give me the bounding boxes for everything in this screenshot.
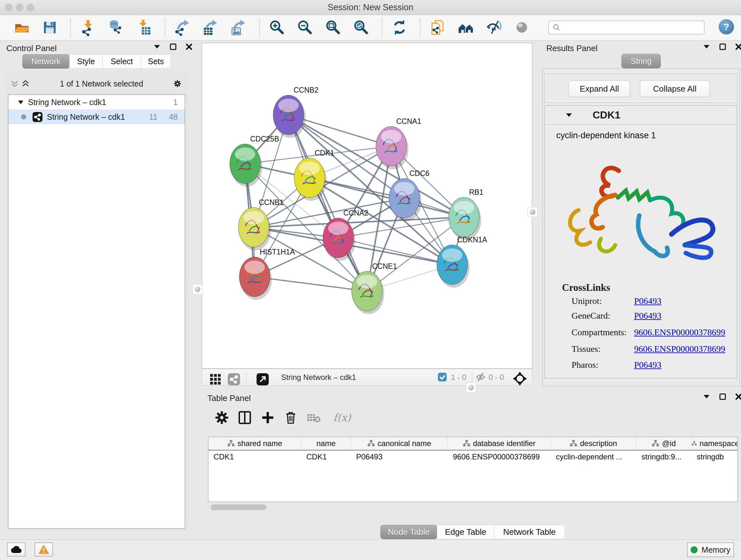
tab-sets[interactable]: Sets xyxy=(141,54,171,69)
network-row[interactable]: String Network – cdk1 11 48 xyxy=(8,110,185,124)
table-row[interactable]: CDK1CDK1P064939606.ENSP00000378699cyclin… xyxy=(208,450,738,463)
hide-selected-icon[interactable] xyxy=(485,18,503,37)
table-horizontal-scrollbar[interactable] xyxy=(211,504,266,510)
network-node-CCNB2[interactable] xyxy=(273,95,306,138)
export-table-icon[interactable] xyxy=(202,18,219,37)
clone-network-icon[interactable] xyxy=(429,18,447,37)
crosslink-link[interactable]: P06493 xyxy=(634,296,662,306)
network-node-CCNE1[interactable] xyxy=(352,271,384,314)
crosslink-label: Compartments: xyxy=(571,327,634,337)
node-label-CCNB2: CCNB2 xyxy=(293,86,319,94)
column-header-namespace[interactable]: namespace xyxy=(691,437,738,450)
network-options-gear-icon[interactable] xyxy=(174,80,181,87)
crosslink-link[interactable]: P06493 xyxy=(634,360,662,370)
network-node-CCNB1[interactable] xyxy=(239,207,271,250)
network-node-CDC6[interactable] xyxy=(389,179,421,221)
network-node-CCNA2[interactable] xyxy=(323,218,355,261)
control-panel-title: Control Panel xyxy=(6,44,57,53)
column-header-database-identifier[interactable]: database identifier xyxy=(448,437,551,450)
tab-network-table[interactable]: Network Table xyxy=(494,525,565,539)
left-splitter-handle[interactable] xyxy=(192,284,203,294)
expand-all-button[interactable]: Expand All xyxy=(569,80,630,97)
show-columns-icon[interactable] xyxy=(237,410,253,426)
network-node-CDKN1A[interactable] xyxy=(437,245,469,288)
create-column-icon[interactable] xyxy=(260,410,276,426)
import-network-from-file-icon[interactable] xyxy=(79,18,97,37)
network-node-RB1[interactable] xyxy=(449,197,481,240)
zoom-selected-icon[interactable] xyxy=(352,18,370,37)
close-panel-icon[interactable] xyxy=(735,43,741,51)
collapse-entry-icon[interactable] xyxy=(566,113,572,117)
tab-select[interactable]: Select xyxy=(103,54,141,69)
collapse-panel-icon[interactable] xyxy=(703,393,711,400)
tree-caret-icon[interactable] xyxy=(18,100,23,105)
close-panel-icon[interactable] xyxy=(185,43,193,51)
string-result-card: CDK1 cyclin-dependent kinase 1 CrossLink… xyxy=(544,105,737,378)
export-network-icon[interactable] xyxy=(174,18,192,37)
bottom-splitter-handle[interactable] xyxy=(466,382,476,393)
column-header-@id[interactable]: @id xyxy=(636,437,691,450)
network-node-CDK1[interactable] xyxy=(294,158,327,201)
memory-button[interactable]: Memory xyxy=(687,543,734,557)
collapse-all-button[interactable]: Collapse All xyxy=(640,80,710,97)
export-image-icon[interactable] xyxy=(230,18,248,37)
help-icon[interactable]: ? xyxy=(719,19,734,35)
crosslink-link[interactable]: P06493 xyxy=(634,311,662,321)
network-selection-status: 1 of 1 Network selected xyxy=(29,79,174,88)
zoom-in-icon[interactable] xyxy=(268,18,286,37)
expand-all-icon[interactable] xyxy=(22,80,29,87)
close-panel-icon[interactable] xyxy=(735,393,741,400)
warning-icon[interactable] xyxy=(35,543,53,557)
function-builder-icon[interactable]: f(x) xyxy=(329,410,355,426)
collapse-all-icon[interactable] xyxy=(11,80,18,87)
tab-edge-table[interactable]: Edge Table xyxy=(437,525,494,539)
import-table-from-file-icon[interactable] xyxy=(135,18,153,37)
refresh-view-icon[interactable] xyxy=(391,18,408,37)
float-panel-icon[interactable] xyxy=(719,393,726,400)
float-panel-icon[interactable] xyxy=(169,43,177,51)
control-panel-controls xyxy=(153,43,193,51)
table-panel-title: Table Panel xyxy=(207,393,251,403)
column-header-description[interactable]: description xyxy=(551,437,636,450)
search-input[interactable] xyxy=(548,20,704,35)
column-header-canonical-name[interactable]: canonical name xyxy=(351,437,448,450)
hidden-eye-icon[interactable] xyxy=(475,372,486,382)
crosslink-row: Tissues:9606.ENSP00000378699 xyxy=(571,344,731,354)
tab-node-table[interactable]: Node Table xyxy=(381,525,437,539)
first-neighbors-icon[interactable] xyxy=(457,18,475,37)
table-cell: stringdb xyxy=(691,450,738,463)
crosslink-link[interactable]: 9606.ENSP00000378699 xyxy=(634,344,725,354)
tab-network[interactable]: Network xyxy=(22,54,70,69)
result-card-header[interactable]: CDK1 xyxy=(545,106,737,125)
network-badge-gray-icon[interactable] xyxy=(225,370,243,388)
open-session-icon[interactable] xyxy=(13,18,30,37)
float-panel-icon[interactable] xyxy=(719,43,726,51)
network-canvas[interactable]: CCNB2CCNA1CDC25BCDK1CDC6RB1CCNB1CCNA2CDK… xyxy=(202,43,532,369)
table-options-gear-icon[interactable] xyxy=(214,410,230,426)
crosslink-link[interactable]: 9606.ENSP00000378699 xyxy=(634,327,725,337)
delete-table-icon[interactable] xyxy=(306,410,322,426)
node-label-HIST1H1A: HIST1H1A xyxy=(260,248,295,256)
crosslink-row: Compartments:9606.ENSP00000378699 xyxy=(571,327,731,337)
column-header-name[interactable]: name xyxy=(301,437,351,450)
collapse-panel-icon[interactable] xyxy=(153,43,161,51)
network-node-CCNA1[interactable] xyxy=(376,126,408,169)
grid-view-icon[interactable] xyxy=(206,370,224,388)
import-network-from-database-icon[interactable] xyxy=(107,18,125,37)
zoom-fit-content-icon[interactable] xyxy=(324,18,342,37)
collapse-panel-icon[interactable] xyxy=(703,43,711,51)
network-node-HIST1H1A[interactable] xyxy=(239,257,272,300)
cloud-icon[interactable] xyxy=(7,543,25,557)
selected-checkbox-icon[interactable] xyxy=(437,372,447,382)
delete-column-icon[interactable] xyxy=(283,410,299,426)
open-in-window-icon[interactable] xyxy=(254,370,272,388)
show-all-icon[interactable] xyxy=(513,18,531,37)
tab-style[interactable]: Style xyxy=(69,54,103,69)
right-splitter-handle[interactable] xyxy=(528,207,538,217)
column-header-shared-name[interactable]: shared name xyxy=(208,437,301,450)
tab-string[interactable]: String xyxy=(621,54,661,68)
save-session-icon[interactable] xyxy=(41,18,59,37)
birdseye-view-icon[interactable] xyxy=(511,370,529,388)
zoom-out-icon[interactable] xyxy=(296,18,314,37)
network-collection-row[interactable]: String Network – cdk1 1 xyxy=(8,95,185,110)
